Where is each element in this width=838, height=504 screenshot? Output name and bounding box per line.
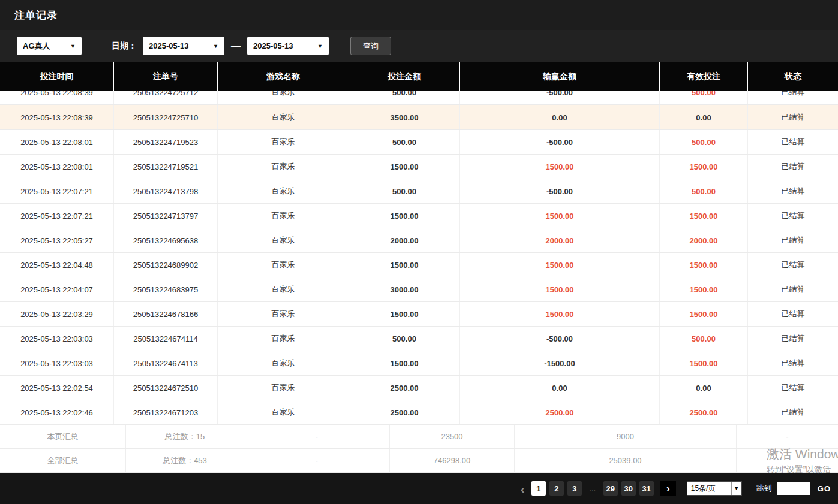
page-button-1[interactable]: 1 (531, 481, 546, 496)
filter-bar: AG真人 ▼ 日期： 2025-05-13 ▼ — 2025-05-13 ▼ 查… (0, 30, 838, 62)
cell-bet-number: 250513224674114 (114, 327, 218, 351)
cell-bet-time: 2025-05-13 22:08:39 (0, 91, 114, 104)
cell-bet-number: 250513224672510 (114, 376, 218, 400)
titlebar: 注单记录 (0, 0, 838, 30)
page-size-select[interactable]: 15条/页 ▼ (687, 481, 742, 496)
jump-page-input[interactable] (777, 482, 810, 495)
cell-bet-amount: 1500.00 (349, 204, 460, 228)
summary-cell: 9000 (515, 425, 737, 448)
prev-page-button[interactable]: ‹ (521, 482, 525, 495)
cell-valid-bet: 0.00 (660, 376, 748, 400)
date-from-value: 2025-05-13 (149, 41, 189, 50)
cell-bet-amount: 2000.00 (349, 228, 460, 252)
cell-win-loss: -500.00 (460, 130, 660, 154)
query-button[interactable]: 查询 (350, 37, 391, 55)
cell-status: 已结算 (748, 105, 838, 129)
cell-game-name: 百家乐 (218, 351, 349, 375)
table-row[interactable]: 2025-05-13 22:08:01250513224719521百家乐150… (0, 155, 838, 179)
table-row[interactable]: 2025-05-13 22:08:01250513224719523百家乐500… (0, 130, 838, 155)
column-header: 投注时间 (0, 62, 114, 91)
cell-game-name: 百家乐 (218, 277, 349, 301)
cell-win-loss: 1500.00 (460, 277, 660, 301)
table-row[interactable]: 2025-05-13 22:04:48250513224689902百家乐150… (0, 253, 838, 277)
cell-bet-amount: 1500.00 (349, 155, 460, 179)
cell-status: 已结算 (748, 351, 838, 375)
cell-bet-number: 250513224683975 (114, 277, 218, 301)
table-row[interactable]: 2025-05-13 22:04:07250513224683975百家乐300… (0, 277, 838, 302)
cell-bet-time: 2025-05-13 22:04:48 (0, 253, 114, 277)
summary-cell: - (244, 425, 390, 448)
cell-win-loss: 0.00 (460, 105, 660, 129)
table-row[interactable]: 2025-05-13 22:05:27250513224695638百家乐200… (0, 228, 838, 253)
table-row[interactable]: 2025-05-13 22:02:54250513224672510百家乐250… (0, 376, 838, 400)
summary-cell: 25039.00 (515, 449, 737, 472)
table-row[interactable]: 2025-05-13 22:02:46250513224671203百家乐250… (0, 400, 838, 425)
bets-table: 投注时间注单号游戏名称投注金额输赢金额有效投注状态 2025-05-13 22:… (0, 62, 838, 473)
cell-win-loss: 2000.00 (460, 228, 660, 252)
chevron-down-icon: ▼ (731, 482, 741, 495)
cell-bet-amount: 1500.00 (349, 302, 460, 326)
cell-game-name: 百家乐 (218, 400, 349, 424)
cell-bet-amount: 1500.00 (349, 351, 460, 375)
cell-win-loss: -500.00 (460, 179, 660, 203)
cell-win-loss: 1500.00 (460, 155, 660, 179)
cell-bet-number: 250513224678166 (114, 302, 218, 326)
cell-game-name: 百家乐 (218, 155, 349, 179)
cell-game-name: 百家乐 (218, 376, 349, 400)
column-header: 状态 (748, 62, 838, 91)
chevron-down-icon: ▼ (317, 43, 323, 49)
table-row[interactable]: 2025-05-13 22:03:29250513224678166百家乐150… (0, 302, 838, 327)
date-to-select[interactable]: 2025-05-13 ▼ (247, 37, 329, 55)
page-button-2[interactable]: 2 (549, 481, 564, 496)
cell-status: 已结算 (748, 91, 838, 104)
table-row[interactable]: 2025-05-13 22:08:39250513224725710百家乐350… (0, 105, 838, 130)
summary-cell: 总注数：15 (126, 425, 244, 448)
cell-win-loss: 2500.00 (460, 400, 660, 424)
table-body: 2025-05-13 22:08:39250513224725712百家乐500… (0, 91, 838, 425)
page-size-value: 15条/页 (687, 484, 716, 494)
cell-bet-time: 2025-05-13 22:08:01 (0, 155, 114, 179)
cell-bet-number: 250513224671203 (114, 400, 218, 424)
column-header: 游戏名称 (218, 62, 349, 91)
cell-bet-time: 2025-05-13 22:02:54 (0, 376, 114, 400)
cell-valid-bet: 1500.00 (660, 277, 748, 301)
page-button-30[interactable]: 30 (621, 481, 636, 496)
cell-win-loss: -1500.00 (460, 351, 660, 375)
game-select[interactable]: AG真人 ▼ (17, 37, 82, 55)
date-from-select[interactable]: 2025-05-13 ▼ (143, 37, 224, 55)
cell-bet-time: 2025-05-13 22:08:01 (0, 130, 114, 154)
summary-cell (737, 449, 838, 472)
table-row[interactable]: 2025-05-13 22:08:39250513224725712百家乐500… (0, 91, 838, 105)
cell-bet-number: 250513224674113 (114, 351, 218, 375)
page-button-31[interactable]: 31 (639, 481, 654, 496)
date-range-separator: — (231, 41, 241, 52)
cell-win-loss: 1500.00 (460, 204, 660, 228)
summary-cell: - (244, 449, 390, 472)
page-button-3[interactable]: 3 (567, 481, 582, 496)
date-label: 日期： (112, 41, 137, 52)
cell-bet-number: 250513224695638 (114, 228, 218, 252)
cell-bet-amount: 500.00 (349, 179, 460, 203)
table-row[interactable]: 2025-05-13 22:07:21250513224713797百家乐150… (0, 204, 838, 228)
table-row[interactable]: 2025-05-13 22:07:21250513224713798百家乐500… (0, 179, 838, 204)
cell-status: 已结算 (748, 155, 838, 179)
cell-bet-amount: 2500.00 (349, 376, 460, 400)
go-button[interactable]: GO (818, 484, 831, 493)
cell-win-loss: -500.00 (460, 327, 660, 351)
cell-win-loss: 1500.00 (460, 302, 660, 326)
cell-valid-bet: 500.00 (660, 91, 748, 104)
cell-bet-time: 2025-05-13 22:03:03 (0, 327, 114, 351)
table-row[interactable]: 2025-05-13 22:03:03250513224674114百家乐500… (0, 327, 838, 351)
chevron-down-icon: ▼ (213, 43, 218, 49)
page-button-29[interactable]: 29 (603, 481, 618, 496)
page-summary-row: 本页汇总总注数：15-235009000- (0, 425, 838, 449)
page-buttons: 123...293031 (530, 481, 656, 496)
next-page-button[interactable]: › (660, 481, 676, 496)
column-header: 注单号 (114, 62, 218, 91)
table-header-row: 投注时间注单号游戏名称投注金额输赢金额有效投注状态 (0, 62, 838, 91)
cell-bet-time: 2025-05-13 22:05:27 (0, 228, 114, 252)
cell-game-name: 百家乐 (218, 302, 349, 326)
table-row[interactable]: 2025-05-13 22:03:03250513224674113百家乐150… (0, 351, 838, 376)
column-header: 有效投注 (660, 62, 748, 91)
cell-status: 已结算 (748, 376, 838, 400)
